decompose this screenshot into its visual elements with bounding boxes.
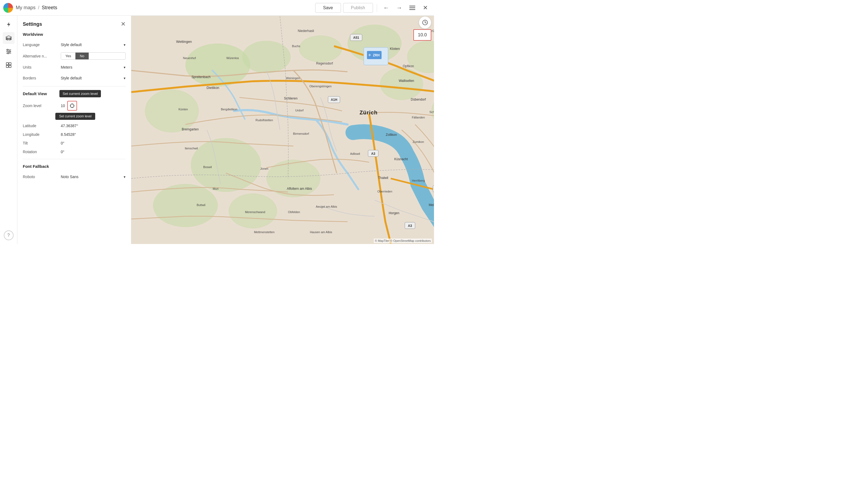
- close-button[interactable]: ✕: [420, 2, 431, 13]
- puzzle-icon: [6, 62, 12, 68]
- svg-text:Oberrieden: Oberrieden: [377, 190, 392, 193]
- svg-text:Aeugst am Albis: Aeugst am Albis: [316, 205, 337, 208]
- map-history-button[interactable]: [419, 16, 431, 29]
- save-button[interactable]: Save: [315, 3, 341, 13]
- svg-text:Dietikon: Dietikon: [207, 86, 219, 90]
- svg-text:Horgen: Horgen: [389, 211, 399, 215]
- svg-rect-15: [6, 65, 8, 67]
- svg-text:Regensdorf: Regensdorf: [316, 62, 333, 65]
- svg-text:Herrliberg: Herrliberg: [412, 179, 425, 182]
- svg-text:Zollikon: Zollikon: [386, 133, 397, 137]
- svg-text:Obfelden: Obfelden: [288, 210, 300, 214]
- latitude-value: 47.36387°: [61, 124, 78, 128]
- svg-text:Mettmenstetten: Mettmenstetten: [254, 230, 274, 234]
- svg-text:Thalwil: Thalwil: [378, 176, 388, 180]
- language-value: Style default ▾: [61, 41, 126, 48]
- svg-text:A51: A51: [353, 36, 359, 40]
- alt-name-toggle: Yes No: [61, 52, 126, 60]
- alt-yes-button[interactable]: Yes: [61, 53, 75, 59]
- sidebar-plugins-button[interactable]: [3, 59, 14, 71]
- svg-rect-2: [409, 9, 415, 10]
- tooltip-container: Set current zoom level: [18, 113, 131, 122]
- svg-text:Adliswil: Adliswil: [350, 152, 360, 155]
- svg-rect-16: [9, 65, 11, 67]
- svg-text:Würenlos: Würenlos: [226, 56, 239, 60]
- svg-text:A3: A3: [371, 152, 375, 156]
- sidebar-help-button[interactable]: ?: [4, 230, 13, 240]
- map-attribution: © MapTiler © OpenStreetMap contributors: [374, 238, 432, 243]
- svg-text:Bremgarten: Bremgarten: [182, 127, 198, 131]
- svg-text:Niederhasli: Niederhasli: [298, 29, 314, 33]
- svg-text:Schlieren: Schlieren: [284, 97, 298, 100]
- font-fallback-section-title: Font Fallback: [18, 162, 131, 171]
- menu-button[interactable]: [407, 2, 418, 13]
- chevron-down-icon: ▾: [124, 76, 126, 80]
- history-icon: [422, 20, 428, 26]
- layers-icon: [6, 35, 12, 40]
- font-value: Noto Sans ▾: [61, 173, 126, 180]
- app-logo[interactable]: [3, 3, 13, 13]
- tilt-value: 0°: [61, 141, 64, 145]
- sidebar-layers-button[interactable]: [3, 32, 14, 44]
- units-row: Units Meters ▾: [18, 62, 131, 73]
- sliders-icon: [6, 48, 12, 55]
- svg-rect-0: [409, 6, 415, 6]
- svg-point-24: [242, 41, 291, 73]
- svg-text:Itenschwil: Itenschwil: [185, 147, 198, 150]
- font-dropdown[interactable]: Noto Sans ▾: [61, 173, 126, 180]
- svg-text:Schwerzenbach: Schwerzenbach: [429, 110, 434, 113]
- topbar: My maps / Streets Save Publish ← → ✕: [0, 0, 434, 16]
- font-fallback-row: Roboto Noto Sans ▾: [18, 171, 131, 182]
- borders-value: Style default ▾: [61, 75, 126, 82]
- svg-point-8: [7, 50, 8, 51]
- language-dropdown[interactable]: Style default ▾: [61, 41, 126, 48]
- svg-point-29: [191, 138, 261, 192]
- topbar-divider: [377, 4, 377, 12]
- svg-text:Rudolfstetten: Rudolfstetten: [255, 119, 273, 122]
- forward-button[interactable]: →: [394, 2, 405, 13]
- longitude-row: Longitude 8.54528°: [18, 130, 131, 139]
- svg-text:Affoltern am Albis: Affoltern am Albis: [287, 187, 312, 191]
- borders-dropdown[interactable]: Style default ▾: [61, 75, 126, 82]
- svg-rect-14: [9, 63, 11, 65]
- svg-rect-1: [409, 7, 415, 8]
- zoom-level-row: Set current zoom level Zoom level 10: [18, 99, 131, 113]
- set-zoom-button[interactable]: [67, 101, 77, 110]
- alt-no-button[interactable]: No: [75, 53, 89, 59]
- svg-text:Weiningen: Weiningen: [286, 76, 300, 80]
- breadcrumb-mymaps[interactable]: My maps: [16, 5, 35, 10]
- svg-text:Merenschwand: Merenschwand: [245, 210, 265, 214]
- svg-marker-3: [7, 22, 10, 27]
- tilt-row: Tilt 0°: [18, 139, 131, 148]
- section-divider-2: [23, 159, 126, 159]
- svg-point-33: [380, 68, 423, 100]
- svg-text:Künten: Künten: [179, 108, 188, 111]
- settings-close-button[interactable]: ✕: [121, 21, 126, 27]
- publish-button[interactable]: Publish: [343, 3, 373, 13]
- svg-text:Fällanden: Fällanden: [412, 116, 425, 119]
- units-dropdown[interactable]: Meters ▾: [61, 64, 126, 70]
- svg-point-25: [299, 35, 342, 62]
- roboto-label: Roboto: [23, 174, 58, 179]
- alt-name-label: Alternative n...: [23, 54, 58, 58]
- zoom-value-area: 10: [61, 101, 126, 110]
- svg-text:Buttwil: Buttwil: [197, 203, 205, 206]
- back-button[interactable]: ←: [381, 2, 392, 13]
- menu-icon: [409, 6, 415, 10]
- latitude-row: Latitude 47.36387°: [18, 122, 131, 130]
- latitude-label: Latitude: [23, 124, 58, 128]
- svg-text:Hausen am Albis: Hausen am Albis: [310, 230, 332, 234]
- svg-text:Boswil: Boswil: [203, 165, 212, 169]
- section-divider-1: [23, 86, 126, 87]
- units-value: Meters ▾: [61, 64, 126, 70]
- sidebar-settings-button[interactable]: [3, 45, 14, 58]
- rotation-row: Rotation 0°: [18, 148, 131, 156]
- zoom-tooltip-bubble: Set current zoom level: [55, 113, 95, 120]
- alt-name-row: Alternative n... Yes No: [18, 50, 131, 62]
- sidebar-lightning-button[interactable]: [3, 19, 14, 30]
- svg-text:Wettingen: Wettingen: [176, 40, 192, 44]
- map-area[interactable]: A51 A1H A3 A3 A52 ✈ ZRH Zürich Wettin: [131, 16, 434, 244]
- svg-text:Kloten: Kloten: [390, 46, 400, 51]
- svg-text:ZRH: ZRH: [373, 54, 380, 57]
- svg-text:Zürich: Zürich: [360, 109, 378, 116]
